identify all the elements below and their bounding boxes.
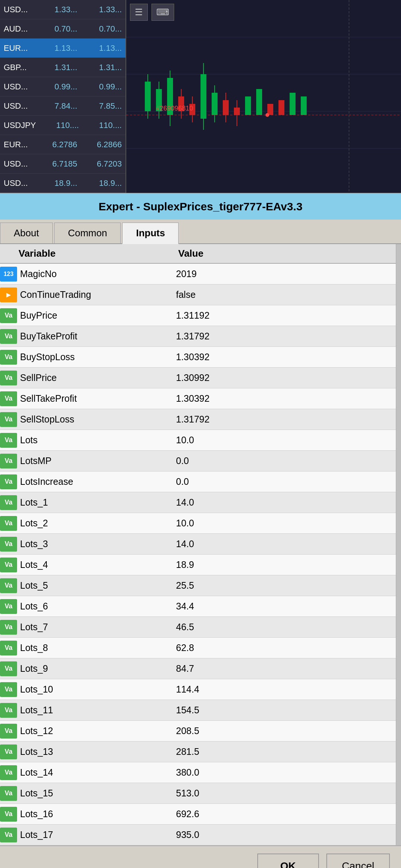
row-name: Lots_15 [20,788,169,799]
menu-button[interactable]: ☰ [130,4,148,21]
row-icon: Va [0,765,17,780]
row-value: 14.0 [169,497,396,508]
table-row[interactable]: Va Lots_11 154.5 [0,700,396,721]
table-row[interactable]: Va Lots_1 14.0 [0,492,396,513]
table-row[interactable]: Va Lots 10.0 [0,430,396,451]
row-name: Lots_17 [20,829,169,840]
table-row[interactable]: Va BuyStopLoss 1.30392 [0,347,396,368]
table-row[interactable]: Va Lots_10 114.4 [0,679,396,700]
symbol-name: USD... [4,5,33,14]
symbol-price2: 1.31... [77,63,122,72]
row-icon: Va [0,474,17,489]
row-value: 935.0 [169,829,396,840]
row-name: Lots_14 [20,767,169,778]
dialog-body: Variable Value 123 MagicNo 2019 ▶ ConTin… [0,244,401,845]
table-header: Variable Value [0,244,396,264]
symbol-row[interactable]: EUR... 1.13... 1.13... [0,39,125,58]
symbol-row[interactable]: GBP... 1.31... 1.31... [0,58,125,77]
table-row[interactable]: Va Lots_7 46.5 [0,617,396,638]
symbol-price2: 18.9... [77,178,122,188]
table-row[interactable]: Va Lots_3 14.0 [0,534,396,555]
table-row[interactable]: Va Lots_17 935.0 [0,825,396,845]
row-icon: Va [0,537,17,552]
symbol-row[interactable]: USD... 7.84... 7.85... [0,96,125,116]
table-row[interactable]: Va SellPrice 1.30992 [0,368,396,388]
symbol-row[interactable]: USDJPY 110.... 110.... [0,116,125,135]
symbol-row[interactable]: USD... 1.33... 1.33... [0,0,125,19]
cancel-button[interactable]: Cancel [326,854,390,868]
table-row[interactable]: Va Lots_14 380.0 [0,762,396,783]
table-row[interactable]: Va Lots_12 208.5 [0,721,396,742]
table-row[interactable]: Va Lots_6 34.4 [0,596,396,617]
symbol-price1: 0.99... [33,82,77,92]
row-icon: Va [0,641,17,655]
symbol-name: GBP... [4,63,33,72]
symbol-row[interactable]: EUR... 6.2786 6.2866 [0,135,125,154]
table-row[interactable]: Va Lots_13 281.5 [0,742,396,762]
main-content: USD... 1.33... 1.33... AUD... 0.70... 0.… [0,0,401,868]
symbol-row[interactable]: AUD... 0.70... 0.70... [0,19,125,39]
table-row[interactable]: Va Lots_8 62.8 [0,638,396,658]
symbol-price2: 110.... [79,121,122,130]
symbol-row[interactable]: USD... 6.7185 6.7203 [0,154,125,174]
row-icon: Va [0,807,17,822]
row-name: Lots_2 [20,518,169,529]
table-row[interactable]: Va LotsIncrease 0.0 [0,471,396,492]
table-row[interactable]: Va LotsMP 0.0 [0,451,396,471]
table-row[interactable]: Va Lots_4 18.9 [0,555,396,575]
table-row[interactable]: Va Lots_15 513.0 [0,783,396,804]
row-icon: 123 [0,267,17,282]
symbol-row[interactable]: USD... 0.99... 0.99... [0,77,125,96]
row-name: BuyStopLoss [20,352,169,362]
menu-icon: ☰ [135,7,143,17]
symbol-price1: 6.2786 [33,140,77,149]
scrollbar[interactable] [396,244,401,845]
symbol-row[interactable]: USD... 18.9... 18.9... [0,174,125,193]
row-icon: Va [0,558,17,572]
row-value: 10.0 [169,518,396,529]
tab-inputs[interactable]: Inputs [122,223,179,244]
symbol-price2: 0.99... [77,82,122,92]
table-rows-container: 123 MagicNo 2019 ▶ ConTinueTrading false… [0,264,396,845]
row-value: 46.5 [169,622,396,632]
table-row[interactable]: Va SellStopLoss 1.31792 [0,409,396,430]
symbol-name: USD... [4,101,33,111]
row-name: BuyPrice [20,310,169,321]
table-row[interactable]: Va BuyTakeProfit 1.31792 [0,326,396,347]
symbol-price2: 7.85... [77,101,122,111]
row-value: 0.0 [169,476,396,487]
row-name: Lots_3 [20,539,169,549]
row-name: Lots_11 [20,705,169,716]
row-name: Lots_9 [20,663,169,674]
row-value: 114.4 [169,684,396,695]
row-value: 25.5 [169,580,396,591]
keyboard-button[interactable]: ⌨ [151,4,174,21]
table-row[interactable]: Va Lots_2 10.0 [0,513,396,534]
symbol-list: USD... 1.33... 1.33... AUD... 0.70... 0.… [0,0,126,193]
row-value: 380.0 [169,767,396,778]
row-value: 84.7 [169,663,396,674]
row-icon: Va [0,744,17,759]
row-icon: Va [0,391,17,406]
table-row[interactable]: ▶ ConTinueTrading false [0,285,396,305]
row-value: 1.31792 [169,414,396,425]
tab-common[interactable]: Common [54,223,121,243]
row-name: MagicNo [20,269,169,279]
symbol-name: EUR... [4,140,33,149]
row-name: SellPrice [20,372,169,383]
tab-about[interactable]: About [0,223,53,243]
svg-rect-31 [234,108,240,115]
row-value: 692.6 [169,809,396,819]
row-icon: Va [0,599,17,614]
table-row[interactable]: Va BuyPrice 1.31192 [0,305,396,326]
table-row[interactable]: Va Lots_5 25.5 [0,575,396,596]
row-icon: Va [0,578,17,593]
table-row[interactable]: Va SellTakeProfit 1.30392 [0,388,396,409]
row-value: 62.8 [169,642,396,653]
svg-rect-28 [223,100,229,115]
ok-button[interactable]: OK [257,854,319,868]
table-row[interactable]: Va Lots_9 84.7 [0,658,396,679]
symbol-price1: 1.31... [33,63,77,72]
table-row[interactable]: Va Lots_16 692.6 [0,804,396,825]
table-row[interactable]: 123 MagicNo 2019 [0,264,396,285]
